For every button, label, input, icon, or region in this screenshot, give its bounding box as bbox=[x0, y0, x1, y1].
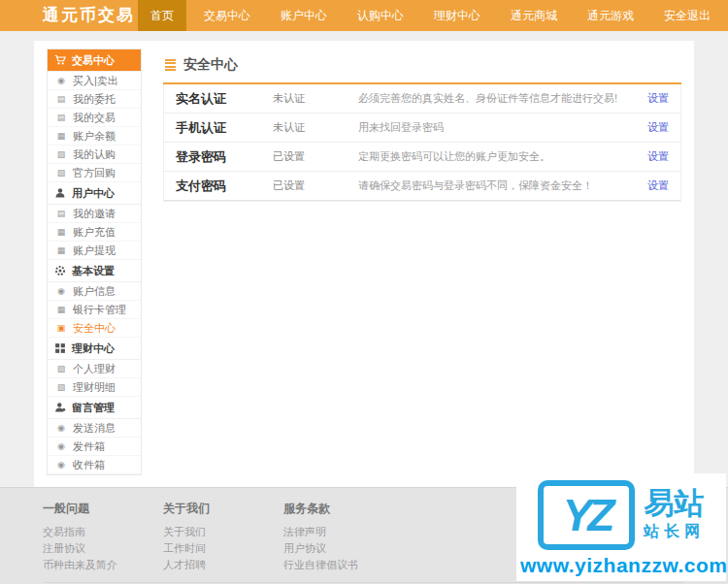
row-status: 已设置 bbox=[273, 149, 358, 164]
list-icon: ▤ bbox=[56, 94, 66, 104]
sidebar-item-deposit[interactable]: ▦ 账户充值 bbox=[48, 223, 141, 242]
grid-icon bbox=[54, 342, 66, 354]
sidebar-section-finance[interactable]: 理财中心 bbox=[48, 338, 141, 360]
main-nav: 首页 交易中心 账户中心 认购中心 理财中心 通元商城 通元游戏 安全退出 bbox=[138, 0, 728, 31]
sidebar-item-label: 账户提现 bbox=[73, 243, 116, 258]
sidebar-item-my-invites[interactable]: ▤ 我的邀请 bbox=[48, 205, 141, 223]
nav-item-home[interactable]: 首页 bbox=[138, 0, 186, 31]
nav-item-games[interactable]: 通元游戏 bbox=[575, 0, 646, 31]
sidebar-item-label: 我的邀请 bbox=[73, 207, 116, 221]
sidebar-item-label: 发送消息 bbox=[73, 421, 116, 436]
footer-col-terms: 服务条款 法律声明 用户协议 行业自律倡议书 bbox=[283, 501, 373, 573]
footer-link-user-agreement[interactable]: 用户协议 bbox=[283, 540, 373, 557]
row-description: 用来找回登录密码 bbox=[358, 120, 647, 135]
row-status: 已设置 bbox=[273, 178, 358, 193]
inbox-icon: ◉ bbox=[56, 460, 66, 470]
watermark-brand: 易站 站长网 bbox=[644, 488, 705, 543]
footer-col-general: 一般问题 交易指南 注册协议 币种由来及简介 bbox=[43, 501, 132, 573]
sidebar-item-official-buyback[interactable]: ▧ 官方回购 bbox=[48, 164, 141, 182]
sidebar-section-settings[interactable]: 基本设置 bbox=[48, 260, 141, 282]
card-icon: ▦ bbox=[56, 245, 66, 255]
table-row: 登录密码 已设置 定期更换密码可以让您的账户更加安全。 设置 bbox=[164, 143, 680, 172]
bank-card-icon: ▦ bbox=[56, 305, 66, 314]
coin-icon: ◉ bbox=[56, 76, 66, 85]
sidebar-item-my-entrust[interactable]: ▤ 我的委托 bbox=[48, 90, 141, 109]
sidebar-item-my-subscription[interactable]: ▧ 我的认购 bbox=[48, 146, 141, 164]
settings-link[interactable]: 设置 bbox=[647, 178, 669, 193]
sidebar-item-inbox[interactable]: ◉ 收件箱 bbox=[48, 456, 141, 474]
chart-icon: ▧ bbox=[56, 168, 66, 178]
sidebar-item-bank-cards[interactable]: ▦ 银行卡管理 bbox=[48, 301, 141, 319]
footer-link-coin-intro[interactable]: 币种由来及简介 bbox=[43, 557, 132, 573]
watermark-logo: YZ 易站 站长网 bbox=[520, 480, 722, 550]
card-icon: ▦ bbox=[56, 227, 66, 237]
page-title: 安全中心 bbox=[183, 56, 238, 74]
footer-link-about-us[interactable]: 关于我们 bbox=[163, 524, 252, 540]
sidebar-item-label: 银行卡管理 bbox=[73, 303, 126, 317]
cart-icon bbox=[54, 54, 66, 66]
footer-link-recruitment[interactable]: 人才招聘 bbox=[163, 557, 252, 573]
footer-link-working-hours[interactable]: 工作时间 bbox=[163, 540, 252, 557]
footer-link-trade-guide[interactable]: 交易指南 bbox=[43, 524, 132, 540]
sidebar-section-user[interactable]: 用户中心 bbox=[48, 182, 141, 205]
sidebar-item-label: 我的委托 bbox=[73, 92, 116, 107]
sidebar-item-security-center[interactable]: ▣ 安全中心 bbox=[48, 319, 141, 338]
table-row: 支付密码 已设置 请确保交易密码与登录密码不同，保障资金安全！ 设置 bbox=[164, 172, 680, 201]
settings-link[interactable]: 设置 bbox=[647, 149, 669, 164]
yz-logo-icon: YZ bbox=[538, 480, 635, 550]
sidebar-item-balance[interactable]: ▦ 账户余额 bbox=[48, 127, 141, 146]
main-card: 交易中心 ◉ 买入|卖出 ▤ 我的委托 ▤ 我的交易 ▦ 账户余额 ▧ 我的认购… bbox=[34, 41, 694, 487]
sidebar-item-label: 我的交易 bbox=[73, 111, 116, 125]
sidebar-item-personal-finance[interactable]: ▧ 个人理财 bbox=[48, 360, 141, 378]
nav-item-finance-center[interactable]: 理财中心 bbox=[421, 0, 493, 31]
footer-heading: 关于我们 bbox=[163, 501, 252, 517]
nav-item-trade-center[interactable]: 交易中心 bbox=[191, 0, 263, 31]
footer-link-legal-notice[interactable]: 法律声明 bbox=[283, 524, 373, 540]
settings-link[interactable]: 设置 bbox=[647, 91, 669, 106]
nav-item-logout[interactable]: 安全退出 bbox=[651, 0, 723, 31]
chart-icon: ▧ bbox=[56, 149, 66, 159]
wallet-icon: ▦ bbox=[56, 131, 66, 141]
row-status: 未认证 bbox=[273, 120, 358, 135]
sidebar-item-label: 个人理财 bbox=[73, 362, 116, 376]
chat-user-icon bbox=[54, 402, 66, 413]
sidebar-section-label: 理财中心 bbox=[72, 341, 115, 356]
sidebar-item-label: 账户信息 bbox=[73, 284, 116, 299]
sidebar-item-account-info[interactable]: ◉ 账户信息 bbox=[48, 282, 141, 301]
nav-item-account-center[interactable]: 账户中心 bbox=[268, 0, 340, 31]
gear-icon bbox=[54, 265, 66, 276]
nav-item-subscribe-center[interactable]: 认购中心 bbox=[345, 0, 416, 31]
sidebar-item-send-message[interactable]: ◉ 发送消息 bbox=[48, 419, 141, 438]
sidebar: 交易中心 ◉ 买入|卖出 ▤ 我的委托 ▤ 我的交易 ▦ 账户余额 ▧ 我的认购… bbox=[47, 49, 142, 475]
sidebar-item-label: 官方回购 bbox=[73, 166, 116, 180]
sidebar-section-label: 用户中心 bbox=[72, 186, 115, 201]
nav-item-mall[interactable]: 通元商城 bbox=[498, 0, 570, 31]
sidebar-section-trade[interactable]: 交易中心 bbox=[48, 49, 141, 72]
row-label: 实名认证 bbox=[176, 90, 273, 108]
sidebar-item-buy-sell[interactable]: ◉ 买入|卖出 bbox=[48, 72, 141, 90]
row-description: 必须完善您的真实姓名、身份证件等信息才能进行交易! bbox=[358, 91, 647, 106]
row-label: 支付密码 bbox=[176, 178, 273, 195]
watermark-brand-line1: 易站 bbox=[645, 488, 705, 520]
outbox-icon: ◉ bbox=[56, 441, 66, 451]
settings-link[interactable]: 设置 bbox=[647, 120, 669, 135]
sidebar-item-finance-detail[interactable]: ▧ 理财明细 bbox=[48, 378, 141, 397]
sidebar-item-label: 买入|卖出 bbox=[73, 74, 118, 88]
sidebar-item-withdraw[interactable]: ▦ 账户提现 bbox=[48, 242, 141, 260]
sidebar-section-messages[interactable]: 留言管理 bbox=[48, 397, 141, 419]
user-icon bbox=[54, 187, 66, 199]
row-status: 未认证 bbox=[273, 91, 358, 106]
sidebar-section-label: 留言管理 bbox=[72, 401, 115, 415]
sidebar-item-my-trades[interactable]: ▤ 我的交易 bbox=[48, 109, 141, 127]
watermark: YZ 易站 站长网 www.yizhanzzw.com bbox=[516, 473, 726, 581]
row-label: 登录密码 bbox=[176, 148, 273, 166]
sidebar-item-label: 账户充值 bbox=[73, 225, 116, 240]
sidebar-section-label: 交易中心 bbox=[72, 53, 115, 68]
table-row: 手机认证 未认证 用来找回登录密码 设置 bbox=[164, 114, 680, 143]
sidebar-item-label: 账户余额 bbox=[73, 129, 116, 144]
sidebar-item-outbox[interactable]: ◉ 发件箱 bbox=[48, 438, 141, 456]
footer-link-industry-initiative[interactable]: 行业自律倡议书 bbox=[283, 557, 373, 573]
document-icon: ▤ bbox=[56, 209, 66, 218]
footer-link-register-agreement[interactable]: 注册协议 bbox=[43, 540, 132, 557]
topbar: 通元币交易 首页 交易中心 账户中心 认购中心 理财中心 通元商城 通元游戏 安… bbox=[0, 0, 728, 31]
